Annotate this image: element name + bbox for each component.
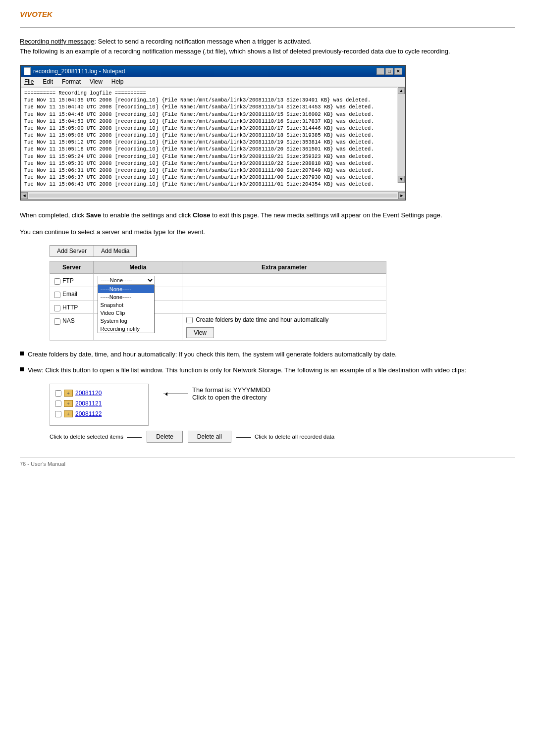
ftp-dropdown-open[interactable]: -----None----- -----None----- Snapshot V… [98, 285, 155, 333]
bullet-item-create-folders: Create folders by date, time, and hour a… [20, 350, 515, 359]
email-extra [182, 287, 386, 301]
menu-help[interactable]: Help [110, 78, 125, 86]
notepad-titlebar: recording_20081111.log - Notepad _ □ ✕ [21, 66, 405, 77]
event-settings-table: Server Media Extra parameter FTP [50, 261, 386, 341]
scroll-right-button[interactable]: ► [398, 192, 405, 199]
nas-checkbox[interactable] [54, 318, 60, 325]
folder-checkbox-1[interactable] [55, 390, 61, 397]
intro-label: Recording notify message [20, 38, 94, 45]
top-divider [20, 27, 515, 28]
notepad-body: ========== Recording logfile ========== … [21, 87, 405, 191]
header-extra: Extra parameter [182, 261, 386, 274]
menu-view[interactable]: View [88, 78, 104, 86]
http-label: HTTP [62, 304, 78, 311]
ftp-media-dropdown-container: -----None----- Snapshot Video Clip Syste… [98, 276, 155, 285]
page-footer: 76 - User's Manual [20, 457, 515, 467]
ftp-media-select[interactable]: -----None----- Snapshot Video Clip Syste… [98, 276, 155, 285]
folder-link-3[interactable]: 20081122 [75, 410, 102, 417]
completion-save: Save [86, 211, 101, 219]
format-note-text: The format is: YYYYMMDD Click to open th… [192, 386, 270, 401]
completion-paragraph: When completed, click Save to enable the… [20, 210, 515, 220]
folder-checkbox-2[interactable] [55, 401, 61, 407]
folder-icon-3 [64, 410, 73, 417]
file-row-3: 20081122 [55, 410, 143, 417]
dropdown-option-snapshot[interactable]: Snapshot [98, 301, 154, 309]
http-extra [182, 301, 386, 314]
horizontal-scrollbar[interactable]: ◄ ► [21, 191, 405, 200]
dropdown-option-recnotify[interactable]: Recording notify [98, 325, 154, 333]
file-browser-illustration: 20081120 20081121 20081122 The format is… [50, 384, 515, 426]
nas-folders-label: Create folders by date time and hour aut… [196, 316, 328, 323]
log-line-header: ========== Recording logfile ========== [24, 90, 395, 97]
click-delete-all-annotation: Click to delete all recorded data [231, 434, 334, 440]
email-checkbox[interactable] [54, 292, 60, 298]
folder-icon-1 [64, 390, 73, 397]
maximize-button[interactable]: □ [385, 68, 393, 75]
logo: VIVOTEK [20, 10, 515, 18]
header-server: Server [50, 261, 94, 274]
menu-edit[interactable]: Edit [41, 78, 54, 86]
file-browser-box: 20081120 20081121 20081122 [50, 384, 149, 426]
bullet-label-2: View [28, 366, 42, 374]
annotations-right: The format is: YYYYMMDD Click to open th… [163, 384, 270, 401]
header-media: Media [94, 261, 182, 274]
folder-link-1[interactable]: 20081120 [75, 390, 102, 397]
nas-folders-checkbox[interactable] [186, 317, 193, 323]
scroll-track-v [398, 94, 405, 176]
dropdown-option-videoclip[interactable]: Video Clip [98, 309, 154, 317]
bullet-text-2: View: Click this button to open a file l… [28, 365, 466, 375]
http-checkbox-cell: HTTP [54, 302, 89, 311]
view-button[interactable]: View [186, 327, 214, 338]
file-row-1: 20081120 [55, 389, 143, 397]
delete-button[interactable]: Delete [147, 431, 183, 443]
log-line-10: Tue Nov 11 15:05:30 UTC 2008 [recording_… [24, 160, 395, 167]
scroll-down-button[interactable]: ▼ [398, 176, 405, 183]
email-label: Email [62, 291, 77, 298]
intro-text1: : Select to send a recording notificatio… [94, 38, 312, 45]
format-note-line2: Click to open the directory [192, 394, 270, 401]
folder-link-2[interactable]: 20081121 [75, 400, 102, 407]
delete-all-button[interactable]: Delete all [188, 431, 231, 443]
bottom-action-area: Click to delete selected items Delete De… [50, 431, 396, 443]
format-note-line1: The format is: YYYYMMDD [192, 386, 270, 394]
minimize-button[interactable]: _ [376, 68, 384, 75]
log-line-12: Tue Nov 11 15:06:37 UTC 2008 [recording_… [24, 174, 395, 181]
dropdown-option-syslog[interactable]: System log [98, 317, 154, 325]
nas-checkbox-cell: NAS [54, 316, 89, 325]
click-delete-label: Click to delete selected items [50, 434, 123, 440]
bullet-label-1: Create folders by date, time, and hour a… [28, 351, 175, 358]
ftp-checkbox-cell: FTP [54, 276, 89, 285]
nas-extra: Create folders by date time and hour aut… [182, 314, 386, 341]
vertical-scrollbar[interactable]: ▲ ▼ [397, 87, 405, 183]
ftp-label: FTP [62, 277, 74, 284]
log-line-2: Tue Nov 11 15:04:40 UTC 2008 [recording_… [24, 103, 395, 110]
menu-file[interactable]: File [23, 78, 35, 86]
nas-label: NAS [62, 317, 75, 324]
continue-paragraph: You can continue to select a server and … [20, 227, 515, 237]
scroll-left-button[interactable]: ◄ [21, 192, 28, 199]
close-button[interactable]: ✕ [394, 68, 402, 75]
bullet-colon-1: : If you check this item, the system wil… [175, 351, 397, 358]
http-checkbox[interactable] [54, 305, 60, 311]
folder-checkbox-3[interactable] [55, 411, 61, 417]
click-delete-annotation: Click to delete selected items [50, 434, 147, 440]
format-annotation: The format is: YYYYMMDD Click to open th… [163, 386, 270, 401]
completion-close: Close [193, 211, 210, 219]
completion-part1: When completed, click [20, 211, 86, 219]
notepad-titlebar-buttons[interactable]: _ □ ✕ [376, 68, 402, 75]
dropdown-option-none2[interactable]: -----None----- [98, 293, 154, 301]
add-server-button[interactable]: Add Server [50, 245, 94, 257]
bullet-colon-2: : Click this button to open a file list … [42, 366, 466, 374]
add-media-button[interactable]: Add Media [94, 245, 137, 257]
format-arrow-head [163, 392, 167, 396]
delete-buttons: Delete Delete all [147, 431, 231, 443]
notepad-window: recording_20081111.log - Notepad _ □ ✕ F… [20, 65, 406, 201]
dropdown-option-none[interactable]: -----None----- [98, 285, 154, 293]
ftp-checkbox[interactable] [54, 278, 60, 285]
format-arrow-line [163, 394, 188, 394]
notepad-menubar[interactable]: File Edit Format View Help [21, 77, 405, 87]
footer-text: 76 - User's Manual [20, 461, 65, 467]
scroll-up-button[interactable]: ▲ [398, 87, 405, 94]
notepad-content: ========== Recording logfile ========== … [21, 87, 405, 191]
menu-format[interactable]: Format [60, 78, 82, 86]
